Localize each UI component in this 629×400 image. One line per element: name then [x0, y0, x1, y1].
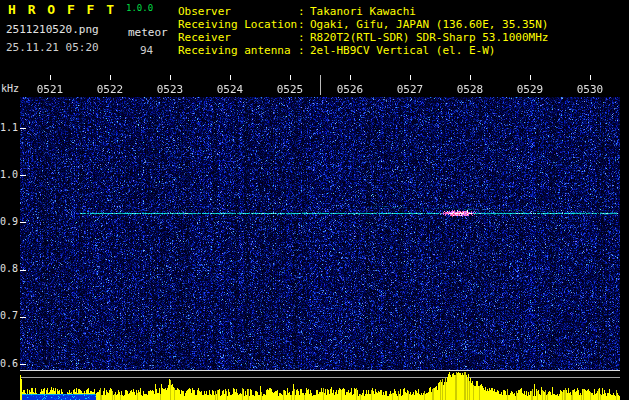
- antenna-label: Receiving antenna: [178, 45, 298, 57]
- header-row-observer: Observer : Takanori Kawachi: [178, 6, 416, 18]
- receiver-value: R820T2(RTL-SDR) SDR-Sharp 53.1000MHz: [310, 32, 548, 44]
- x-tick-label: 0529: [515, 83, 545, 96]
- x-tick-label: 0522: [95, 83, 125, 96]
- separator: :: [298, 45, 310, 57]
- x-tick-label: 0525: [275, 83, 305, 96]
- app-title: H R O F F T: [8, 2, 116, 17]
- x-tick-label: 0523: [155, 83, 185, 96]
- header-row-location: Receiving Location : Ogaki, Gifu, JAPAN …: [178, 19, 548, 31]
- x-tick-label: 0521: [35, 83, 65, 96]
- echo-count: 94: [140, 44, 153, 57]
- app-version: 1.0.0: [126, 3, 153, 13]
- receiver-label: Receiver: [178, 32, 298, 44]
- x-tick-label: 0530: [575, 83, 605, 96]
- observer-value: Takanori Kawachi: [310, 6, 416, 18]
- x-tick-label: 0524: [215, 83, 245, 96]
- signal-level-canvas: [20, 370, 629, 400]
- y-tick-label: 0.7: [0, 310, 17, 321]
- output-filename: 2511210520.png: [6, 23, 99, 36]
- y-axis-unit: kHz: [1, 83, 19, 94]
- y-tick-label: 1.0: [0, 169, 17, 180]
- separator: :: [298, 32, 310, 44]
- antenna-value: 2el-HB9CV Vertical (el. E-W): [310, 45, 495, 57]
- header-row-receiver: Receiver : R820T2(RTL-SDR) SDR-Sharp 53.…: [178, 32, 548, 44]
- mode-label: meteor: [128, 26, 168, 39]
- capture-datetime: 25.11.21 05:20: [6, 41, 99, 54]
- x-tick-label: 0527: [395, 83, 425, 96]
- separator: :: [298, 19, 310, 31]
- location-label: Receiving Location: [178, 19, 298, 31]
- observer-label: Observer: [178, 6, 298, 18]
- y-tick-label: 0.9: [0, 216, 17, 227]
- header-row-antenna: Receiving antenna : 2el-HB9CV Vertical (…: [178, 45, 495, 57]
- x-tick-label: 0528: [455, 83, 485, 96]
- spectrogram-canvas: [20, 75, 629, 370]
- y-tick-label: 1.1: [0, 122, 17, 133]
- y-tick-label: 0.6: [0, 358, 17, 369]
- y-tick-label: 0.8: [0, 263, 17, 274]
- location-value: Ogaki, Gifu, JAPAN (136.60E, 35.35N): [310, 19, 548, 31]
- hrofft-output: H R O F F T 1.0.0 2511210520.png meteor …: [0, 0, 629, 400]
- x-tick-label: 0526: [335, 83, 365, 96]
- separator: :: [298, 6, 310, 18]
